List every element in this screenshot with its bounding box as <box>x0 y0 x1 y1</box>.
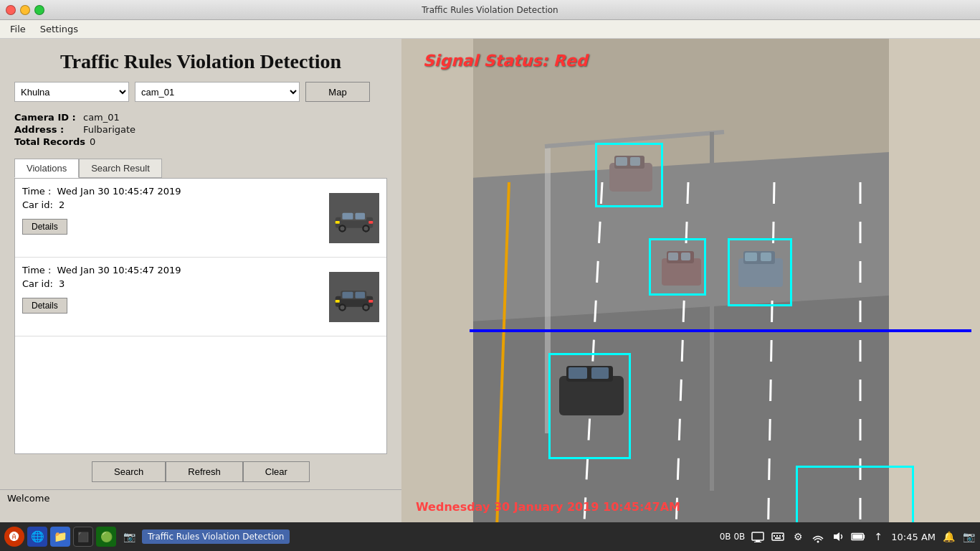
svg-rect-19 <box>368 299 373 302</box>
minimize-button[interactable] <box>20 5 30 15</box>
svg-point-5 <box>341 226 345 230</box>
svg-rect-50 <box>756 540 760 542</box>
network-icon[interactable] <box>811 529 825 544</box>
menu-settings[interactable]: Settings <box>34 22 84 36</box>
panels: Traffic Rules Violation Detection Khulna… <box>0 39 980 522</box>
taskbar: 🅐 🌐 📁 ⬛ 🟢 📷 Traffic Rules Violation Dete… <box>0 522 980 551</box>
violation-car-row-2: Car id: 3 <box>22 278 323 289</box>
car-id-value-2: 3 <box>59 278 65 289</box>
svg-rect-9 <box>368 220 373 223</box>
detection-box-3 <box>728 238 792 306</box>
detection-box-1 <box>595 143 663 207</box>
time-value: Wed Jan 30 10:45:47 2019 <box>57 186 181 197</box>
network-indicator: 0B 0B <box>720 532 746 542</box>
keyboard-icon[interactable] <box>771 529 785 544</box>
svg-rect-13 <box>356 291 366 298</box>
controls-row: Khulna Dhaka Chittagong cam_01 cam_02 ca… <box>0 82 401 109</box>
refresh-button[interactable]: Refresh <box>166 461 243 482</box>
tab-content: Time : Wed Jan 30 10:45:47 2019 Car id: … <box>14 178 387 454</box>
violation-car-row: Car id: 2 <box>22 199 323 210</box>
notification-icon[interactable]: 🔔 <box>941 529 956 544</box>
details-button-2[interactable]: Details <box>22 298 67 314</box>
battery-icon <box>851 529 865 544</box>
taskbar-active-app[interactable]: Traffic Rules Violation Detection <box>142 529 290 544</box>
details-button-1[interactable]: Details <box>22 219 67 235</box>
taskbar-camera-icon[interactable]: 📷 <box>119 527 139 547</box>
settings-icon[interactable]: ⚙ <box>791 529 805 544</box>
camera-id-row: Camera ID : cam_01 <box>14 112 387 123</box>
time-label: Time : <box>22 186 54 197</box>
taskbar-terminal-icon[interactable]: ⬛ <box>73 527 93 547</box>
car-id-value: 2 <box>59 199 65 210</box>
svg-rect-56 <box>782 535 783 537</box>
left-panel: Traffic Rules Violation Detection Khulna… <box>0 39 401 522</box>
address-row: Address : Fulbarigate <box>14 124 387 135</box>
camera-feed: Signal Status: Red <box>401 39 980 522</box>
signal-status: Signal Status: Red <box>423 52 587 70</box>
map-button[interactable]: Map <box>305 82 370 102</box>
svg-rect-32 <box>710 132 714 491</box>
violation-info-2: Time : Wed Jan 30 10:45:47 2019 Car id: … <box>22 265 323 329</box>
titlebar: Traffic Rules Violation Detection <box>0 0 980 20</box>
svg-rect-24 <box>889 39 980 522</box>
city-dropdown[interactable]: Khulna Dhaka Chittagong <box>14 82 129 102</box>
taskbar-browser-icon[interactable]: 🌐 <box>27 527 47 547</box>
menu-file[interactable]: File <box>4 22 32 36</box>
svg-point-15 <box>341 305 345 309</box>
tabs-container: Violations Search Result Time : Wed Jan … <box>14 159 387 454</box>
svg-rect-53 <box>774 535 775 537</box>
status-text: Welcome <box>7 493 49 504</box>
svg-rect-49 <box>752 532 763 540</box>
time-label-2: Time : <box>22 265 54 276</box>
menubar: File Settings <box>0 20 980 39</box>
total-records-row: Total Records 0 <box>14 136 387 147</box>
app-title: Traffic Rules Violation Detection <box>0 39 401 82</box>
clock: 10:45 AM <box>891 532 936 542</box>
detection-box-5 <box>796 466 914 522</box>
address-value: Fulbarigate <box>83 124 135 135</box>
search-button[interactable]: Search <box>92 461 166 482</box>
camera-dropdown[interactable]: cam_01 cam_02 cam_03 <box>135 82 300 102</box>
svg-point-58 <box>817 541 819 543</box>
clear-button[interactable]: Clear <box>243 461 310 482</box>
svg-rect-57 <box>775 537 781 539</box>
tab-search-result[interactable]: Search Result <box>79 159 162 178</box>
svg-rect-12 <box>343 291 353 298</box>
taskbar-app-icon[interactable]: 🟢 <box>96 527 116 547</box>
close-button[interactable] <box>6 5 16 15</box>
svg-rect-23 <box>401 39 473 522</box>
detection-line <box>470 329 971 332</box>
status-bar: Welcome <box>0 489 401 507</box>
svg-point-17 <box>364 305 368 309</box>
system-tray: 0B 0B ⚙ ↑ 10:45 AM 🔔 📷 <box>720 529 976 544</box>
car-id-label: Car id: <box>22 199 56 210</box>
tabs-header: Violations Search Result <box>14 159 387 178</box>
total-records-label: Total Records <box>14 136 85 147</box>
taskbar-app-launcher[interactable]: 🅐 <box>4 527 24 547</box>
app-window: Traffic Rules Violation Detection File S… <box>0 0 980 551</box>
camera-feed-panel: Signal Status: Red <box>401 39 980 522</box>
volume-icon[interactable] <box>831 529 845 544</box>
svg-rect-18 <box>336 299 340 302</box>
window-title: Traffic Rules Violation Detection <box>422 5 558 15</box>
taskbar-files-icon[interactable]: 📁 <box>50 527 70 547</box>
violation-thumbnail-2 <box>329 272 379 322</box>
svg-rect-2 <box>343 212 353 219</box>
svg-rect-54 <box>776 535 778 537</box>
detection-box-4 <box>548 353 631 459</box>
total-records-value: 0 <box>90 136 95 147</box>
maximize-button[interactable] <box>34 5 44 15</box>
violation-item: Time : Wed Jan 30 10:45:47 2019 Car id: … <box>15 258 386 336</box>
bottom-buttons: Search Refresh Clear <box>0 454 401 489</box>
camera-id-label: Camera ID : <box>14 112 79 123</box>
system-monitor-icon[interactable] <box>751 529 765 544</box>
timestamp-overlay: Wednesday 30 January 2019 10:45:47AM <box>416 500 680 514</box>
tab-violations[interactable]: Violations <box>14 159 79 178</box>
camera-id-value: cam_01 <box>83 112 120 123</box>
time-value-2: Wed Jan 30 10:45:47 2019 <box>57 265 181 276</box>
svg-marker-59 <box>834 532 839 541</box>
violation-item: Time : Wed Jan 30 10:45:47 2019 Car id: … <box>15 179 386 258</box>
active-app-label: Traffic Rules Violation Detection <box>148 532 284 542</box>
screenshot-icon[interactable]: 📷 <box>961 529 976 544</box>
svg-rect-8 <box>336 220 340 223</box>
